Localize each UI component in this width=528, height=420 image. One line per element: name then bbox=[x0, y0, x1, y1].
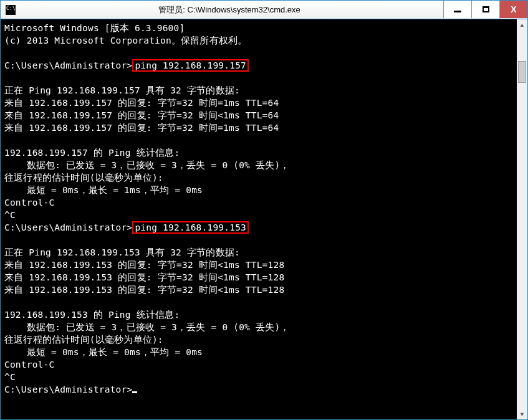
prompt: C:\Users\Administrator> bbox=[4, 384, 132, 394]
ping1-reply: 来自 192.168.199.157 的回复: 字节=32 时间=1ms TTL… bbox=[4, 98, 279, 108]
scroll-track[interactable] bbox=[517, 30, 527, 409]
prompt: C:\Users\Administrator> bbox=[4, 60, 132, 70]
titlebar-buttons: X bbox=[443, 1, 527, 19]
cmd-window: 管理员: C:\Windows\system32\cmd.exe X Micro… bbox=[0, 0, 528, 420]
ping-command-1: ping 192.168.199.157 bbox=[132, 59, 249, 72]
titlebar[interactable]: 管理员: C:\Windows\system32\cmd.exe X bbox=[1, 1, 527, 19]
cmd-icon bbox=[6, 5, 16, 15]
ping2-stats-header: 192.168.199.153 的 Ping 统计信息: bbox=[4, 310, 180, 320]
copyright: (c) 2013 Microsoft Corporation。保留所有权利。 bbox=[4, 36, 247, 45]
terminal-output[interactable]: Microsoft Windows [版本 6.3.9600] (c) 2013… bbox=[1, 19, 517, 419]
minimize-button[interactable] bbox=[443, 1, 471, 18]
caret-c: ^C bbox=[4, 210, 16, 220]
ping1-rtt-label: 往返行程的估计时间(以毫秒为单位): bbox=[4, 173, 163, 183]
ping-command-2: ping 192.168.199.153 bbox=[132, 221, 249, 234]
scroll-down-arrow-icon[interactable]: ▼ bbox=[517, 409, 527, 419]
vertical-scrollbar[interactable]: ▲ ▼ bbox=[517, 19, 527, 419]
os-header: Microsoft Windows [版本 6.3.9600] bbox=[4, 23, 185, 33]
window-title: 管理员: C:\Windows\system32\cmd.exe bbox=[16, 4, 443, 16]
ping1-reply: 来自 192.168.199.157 的回复: 字节=32 时间=1ms TTL… bbox=[4, 123, 279, 133]
ping1-packets: 数据包: 已发送 = 3，已接收 = 3，丢失 = 0 (0% 丢失)， bbox=[4, 160, 290, 170]
ping2-rtt: 最短 = 0ms，最长 = 0ms，平均 = 0ms bbox=[4, 347, 203, 357]
ping2-reply: 来自 192.168.199.153 的回复: 字节=32 时间<1ms TTL… bbox=[4, 272, 284, 282]
prompt: C:\Users\Administrator> bbox=[4, 222, 132, 232]
control-c: Control-C bbox=[4, 360, 54, 370]
close-icon: X bbox=[511, 4, 516, 14]
ping2-reply: 来自 192.168.199.153 的回复: 字节=32 时间<1ms TTL… bbox=[4, 260, 284, 270]
ping2-header: 正在 Ping 192.168.199.153 具有 32 字节的数据: bbox=[4, 247, 240, 257]
ping1-reply: 来自 192.168.199.157 的回复: 字节=32 时间<1ms TTL… bbox=[4, 110, 279, 120]
caret-c: ^C bbox=[4, 372, 16, 382]
maximize-button[interactable] bbox=[471, 1, 499, 18]
terminal-area: Microsoft Windows [版本 6.3.9600] (c) 2013… bbox=[1, 19, 527, 419]
scroll-thumb[interactable] bbox=[518, 61, 526, 83]
cursor bbox=[132, 391, 137, 393]
ping1-stats-header: 192.168.199.157 的 Ping 统计信息: bbox=[4, 148, 180, 158]
ping1-rtt: 最短 = 0ms，最长 = 1ms，平均 = 0ms bbox=[4, 185, 203, 195]
control-c: Control-C bbox=[4, 198, 54, 208]
scroll-up-arrow-icon[interactable]: ▲ bbox=[517, 19, 527, 30]
ping1-header: 正在 Ping 192.168.199.157 具有 32 字节的数据: bbox=[4, 85, 240, 95]
ping2-packets: 数据包: 已发送 = 3，已接收 = 3，丢失 = 0 (0% 丢失)， bbox=[4, 322, 290, 332]
close-button[interactable]: X bbox=[499, 1, 527, 18]
ping2-reply: 来自 192.168.199.153 的回复: 字节=32 时间<1ms TTL… bbox=[4, 285, 284, 295]
ping2-rtt-label: 往返行程的估计时间(以毫秒为单位): bbox=[4, 335, 163, 345]
